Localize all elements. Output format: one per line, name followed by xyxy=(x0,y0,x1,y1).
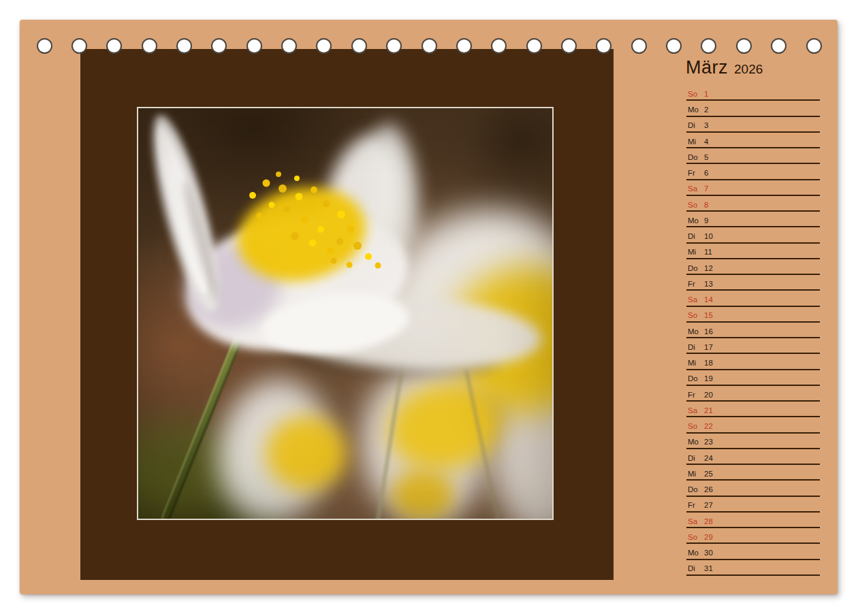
blurred-flower-yellow-center xyxy=(434,251,552,427)
day-row: Do 19 xyxy=(686,370,820,386)
day-abbrev: Di xyxy=(688,565,704,573)
blurred-flower-white xyxy=(351,361,495,519)
day-row: Sa 7 xyxy=(686,180,820,196)
stamen-dot xyxy=(311,187,317,193)
day-abbrev: Fr xyxy=(688,280,704,289)
day-row: Mo 23 xyxy=(686,434,820,449)
flower-stem xyxy=(161,293,261,519)
day-number: 10 xyxy=(704,233,713,241)
stamen-dot xyxy=(257,213,263,219)
day-row: Mo 30 xyxy=(686,544,820,560)
stamen-dot xyxy=(347,226,355,233)
binder-hole xyxy=(806,38,822,54)
background-stem xyxy=(464,368,500,519)
day-number: 3 xyxy=(704,122,708,130)
stamen-dot xyxy=(375,263,381,269)
flower-cup-petal xyxy=(174,193,422,370)
day-row: So 15 xyxy=(686,307,820,323)
day-number: 4 xyxy=(704,138,708,146)
petal-shading xyxy=(179,178,223,303)
day-number: 21 xyxy=(704,407,713,415)
day-number: 8 xyxy=(704,201,708,210)
day-abbrev: So xyxy=(688,534,704,542)
day-row: Do 5 xyxy=(686,148,820,164)
day-number: 11 xyxy=(704,248,712,257)
petal-highlight xyxy=(260,287,412,360)
day-abbrev: So xyxy=(688,91,704,99)
blurred-flower-white xyxy=(490,357,552,519)
day-abbrev: So xyxy=(688,423,704,431)
day-row: Di 31 xyxy=(686,560,820,576)
day-abbrev: Do xyxy=(688,375,704,383)
foliage-blur xyxy=(138,418,251,513)
stamen-dot xyxy=(249,192,256,199)
day-abbrev: Mo xyxy=(688,438,704,447)
day-row: Mo 9 xyxy=(686,212,820,227)
stamen-dot xyxy=(291,232,299,240)
binder-hole xyxy=(666,38,682,54)
day-abbrev: Sa xyxy=(688,296,704,304)
blurred-flower-yellow-center xyxy=(392,469,454,519)
stamen-dot xyxy=(283,206,290,212)
day-number: 26 xyxy=(704,486,713,494)
day-row: Mi 25 xyxy=(686,465,820,481)
stamen-dot xyxy=(309,240,317,247)
blurred-flower-white xyxy=(208,372,340,519)
day-row: So 8 xyxy=(686,196,820,212)
day-row: Sa 21 xyxy=(686,402,820,417)
foliage-blur xyxy=(138,449,288,519)
day-abbrev: Di xyxy=(688,455,704,463)
month-title: März 2026 xyxy=(686,58,763,78)
day-abbrev: Sa xyxy=(688,185,704,193)
day-number: 17 xyxy=(704,344,713,352)
background-stem xyxy=(375,339,409,519)
flower-petal xyxy=(364,120,425,257)
stamen-dot xyxy=(269,202,275,208)
day-abbrev: Sa xyxy=(688,518,704,526)
petal-shadow xyxy=(287,338,499,378)
day-number: 28 xyxy=(704,518,713,526)
day-row: Mi 11 xyxy=(686,244,820,259)
day-row: Mi 4 xyxy=(686,133,820,148)
binder-hole xyxy=(771,38,786,54)
blurred-flower-white xyxy=(360,183,552,421)
day-number: 14 xyxy=(704,296,713,304)
stamen-dot xyxy=(301,216,308,224)
day-row: Mi 18 xyxy=(686,354,820,370)
day-row: So 1 xyxy=(686,85,820,101)
day-abbrev: Sa xyxy=(688,407,704,415)
blurred-flower-yellow-center xyxy=(382,375,507,479)
day-number: 31 xyxy=(704,565,713,573)
petal-shading xyxy=(171,226,296,345)
stamen-dot xyxy=(337,210,345,218)
month-name: März xyxy=(686,58,728,78)
day-number: 2 xyxy=(704,106,708,114)
day-number: 24 xyxy=(704,455,713,463)
day-number: 27 xyxy=(704,502,713,510)
day-abbrev: Mo xyxy=(688,549,704,557)
stamen-dot xyxy=(323,200,330,208)
day-row: So 29 xyxy=(686,528,820,544)
calendar-photo xyxy=(138,108,552,519)
day-number: 16 xyxy=(704,328,713,336)
day-row: Do 26 xyxy=(686,481,820,496)
day-abbrev: Di xyxy=(688,122,704,130)
day-abbrev: Mi xyxy=(688,359,704,368)
day-number: 30 xyxy=(704,549,713,557)
day-number: 5 xyxy=(704,154,708,162)
day-row: Di 17 xyxy=(686,338,820,354)
year-label: 2026 xyxy=(734,63,763,77)
day-number: 1 xyxy=(704,91,708,99)
calendar-product-photo: { "theme": { "sheet": "#dba476", "mat": … xyxy=(0,0,858,616)
flower-petal-spike xyxy=(140,110,232,318)
day-number: 15 xyxy=(704,312,713,320)
day-abbrev: Mi xyxy=(688,248,704,257)
photo-mat xyxy=(80,49,614,580)
day-row: Fr 13 xyxy=(686,275,820,291)
stamen-dot xyxy=(353,242,362,250)
day-row: Di 3 xyxy=(686,117,820,133)
day-row: Fr 27 xyxy=(686,497,820,513)
day-row: Di 10 xyxy=(686,227,820,243)
day-abbrev: Fr xyxy=(688,502,704,510)
stamen-dot xyxy=(279,184,287,193)
